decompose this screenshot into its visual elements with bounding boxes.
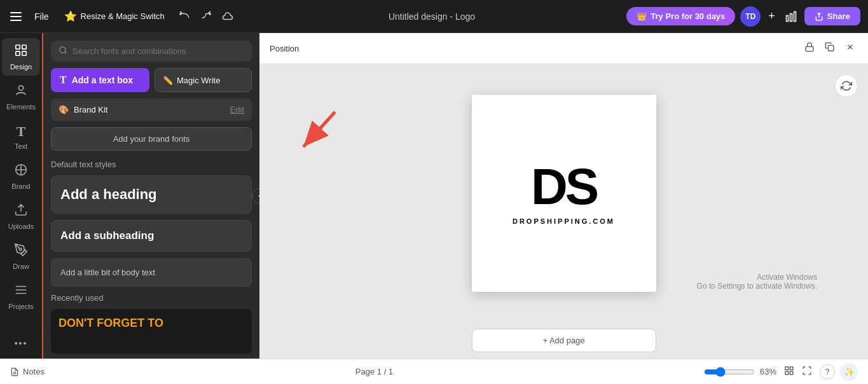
add-text-box-button[interactable]: T Add a text box xyxy=(51,68,149,92)
resize-magic-button[interactable]: ⭐ Resize & Magic Switch xyxy=(59,8,170,25)
grid-view-button[interactable] xyxy=(782,363,797,381)
refresh-button[interactable] xyxy=(835,74,858,97)
footer-page-indicator: Page 1 / 1 xyxy=(355,367,393,376)
zoom-percent: 63% xyxy=(760,367,776,376)
sidebar-item-more[interactable]: ••• xyxy=(2,333,40,353)
footer-right: 63% ? ✨ xyxy=(704,363,858,381)
svg-rect-1 xyxy=(10,16,22,17)
svg-rect-0 xyxy=(10,12,22,13)
position-label: Position xyxy=(270,44,299,53)
svg-rect-5 xyxy=(794,11,796,21)
add-body-text-button[interactable]: Add a little bit of body text xyxy=(51,258,252,287)
design-title: Untitled design - Logo xyxy=(389,11,475,22)
svg-rect-15 xyxy=(828,45,834,51)
sidebar-item-elements[interactable]: Elements xyxy=(2,78,40,116)
sidebar-item-uploads[interactable]: Uploads xyxy=(2,198,40,235)
svg-point-10 xyxy=(18,86,23,90)
svg-rect-3 xyxy=(786,15,788,21)
canvas-viewport: DS DROPSHIPPING.COM Activate Windows Go … xyxy=(259,64,868,322)
undo-button[interactable] xyxy=(175,7,194,26)
brand-kit-icon: 🎨 xyxy=(59,105,69,114)
position-bar-right xyxy=(802,39,858,57)
add-brand-fonts-button[interactable]: Add your brand fonts xyxy=(51,127,252,151)
redo-button[interactable] xyxy=(196,7,216,26)
text-box-area: T Add a text box ✏️ Magic Write xyxy=(51,68,252,92)
svg-rect-23 xyxy=(790,371,793,374)
lock-button[interactable] xyxy=(802,39,817,57)
activate-windows-watermark: Activate Windows Go to Settings to activ… xyxy=(697,273,817,291)
canvas-area: Position xyxy=(259,33,868,359)
brand-kit-row: 🎨 Brand Kit Edit xyxy=(51,99,252,121)
svg-rect-4 xyxy=(790,13,792,21)
sidebar-item-elements-label: Elements xyxy=(6,103,36,111)
dont-forget-text: DON'T FORGET TO xyxy=(59,317,163,331)
svg-rect-8 xyxy=(16,51,20,55)
topbar: File ⭐ Resize & Magic Switch Untitled de… xyxy=(0,0,868,33)
add-page-button[interactable]: + Add page xyxy=(472,329,656,352)
star-emoji: ⭐ xyxy=(64,10,77,22)
svg-point-12 xyxy=(19,248,22,250)
edit-link[interactable]: Edit xyxy=(230,105,244,114)
design-icon xyxy=(14,43,28,60)
default-text-styles-title: Default text styles xyxy=(51,160,252,169)
footer-left: Notes xyxy=(10,367,45,376)
view-buttons xyxy=(782,363,815,381)
duplicate-button[interactable] xyxy=(822,39,837,57)
svg-rect-14 xyxy=(806,46,813,51)
search-input[interactable] xyxy=(72,46,244,56)
cloud-save-button[interactable] xyxy=(218,7,237,26)
add-collaborator-button[interactable]: + xyxy=(766,7,778,25)
sidebar: Design Elements T Text Brand Uploads xyxy=(0,33,43,359)
zoom-slider[interactable] xyxy=(704,367,755,377)
svg-rect-22 xyxy=(785,371,789,374)
search-bar[interactable] xyxy=(51,41,252,62)
expand-view-button[interactable] xyxy=(799,363,815,381)
avatar[interactable]: TD xyxy=(740,6,761,27)
file-menu-button[interactable]: File xyxy=(29,9,54,24)
notes-button[interactable]: Notes xyxy=(10,367,45,376)
try-pro-button[interactable]: 👑 Try Pro for 30 days xyxy=(626,7,735,25)
topbar-right: 👑 Try Pro for 30 days TD + Share xyxy=(626,6,860,27)
sidebar-item-projects-label: Projects xyxy=(8,303,34,310)
zoom-control: 63% xyxy=(704,367,776,377)
add-subheading-button[interactable]: Add a subheading xyxy=(51,220,252,252)
logo-ds-text: DS xyxy=(531,161,596,212)
recently-used-card: DON'T FORGET TO xyxy=(51,309,252,353)
main-area: Design Elements T Text Brand Uploads xyxy=(0,33,868,359)
sidebar-item-design[interactable]: Design xyxy=(2,38,40,76)
svg-rect-6 xyxy=(16,45,20,49)
canvas-card: DS DROPSHIPPING.COM xyxy=(472,95,656,292)
recently-used-title: Recently used xyxy=(51,293,252,303)
topbar-center: Untitled design - Logo xyxy=(242,11,622,22)
sidebar-item-uploads-label: Uploads xyxy=(8,223,34,230)
more-options-button[interactable] xyxy=(843,39,858,57)
more-dots-icon: ••• xyxy=(15,338,28,348)
brand-kit-left: 🎨 Brand Kit xyxy=(59,105,107,114)
sidebar-item-draw-label: Draw xyxy=(13,263,29,270)
sidebar-item-text[interactable]: T Text xyxy=(2,118,40,155)
magic-write-button[interactable]: ✏️ Magic Write xyxy=(155,68,252,92)
magic-assist-button[interactable]: ✨ xyxy=(840,363,858,381)
svg-point-13 xyxy=(60,47,65,53)
position-bar: Position xyxy=(259,33,868,64)
projects-icon xyxy=(14,283,28,300)
sidebar-item-projects[interactable]: Projects xyxy=(2,278,40,315)
add-heading-button[interactable]: Add a heading xyxy=(51,175,252,214)
text-icon: T xyxy=(17,123,26,140)
sidebar-item-brand[interactable]: Brand xyxy=(2,158,40,195)
analytics-button[interactable] xyxy=(783,8,799,25)
sidebar-item-brand-label: Brand xyxy=(11,182,30,190)
elements-icon xyxy=(14,83,28,100)
svg-line-17 xyxy=(303,112,335,147)
brand-kit-label: Brand Kit xyxy=(74,105,107,114)
share-button[interactable]: Share xyxy=(804,7,860,25)
footer-bar: Notes Page 1 / 1 63% ? ✨ xyxy=(0,359,868,384)
undo-redo-group xyxy=(175,7,237,26)
hamburger-button[interactable] xyxy=(8,10,24,24)
text-box-icon: T xyxy=(60,74,67,86)
sidebar-item-draw[interactable]: Draw xyxy=(2,238,40,275)
search-icon xyxy=(59,46,67,57)
topbar-left: File ⭐ Resize & Magic Switch xyxy=(8,7,237,26)
help-button[interactable]: ? xyxy=(820,364,835,380)
magic-write-icon: ✏️ xyxy=(163,76,173,85)
